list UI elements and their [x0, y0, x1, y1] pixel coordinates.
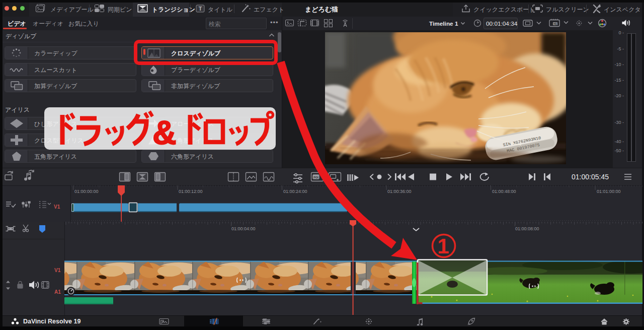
svg-text:&: & [152, 114, 177, 150]
svg-text:T: T [199, 6, 202, 12]
svg-text:POI: POI [313, 176, 318, 179]
svg-text:HQ: HQ [553, 23, 557, 25]
svg-text:01:00:05:45: 01:00:05:45 [572, 173, 609, 181]
